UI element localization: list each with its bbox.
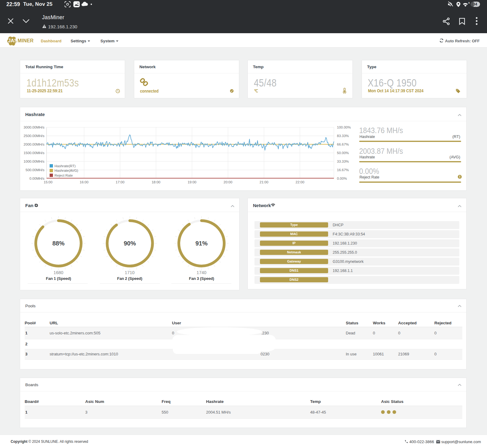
svg-text:21:00: 21:00: [260, 180, 268, 184]
svg-text:20:00: 20:00: [224, 180, 233, 184]
svg-text:33.33%: 33.33%: [337, 160, 349, 163]
svg-text:17:00: 17:00: [116, 180, 124, 184]
svg-text:500.00MH/s: 500.00MH/s: [26, 168, 44, 172]
svg-text:Hashrate(RT): Hashrate(RT): [54, 164, 76, 168]
svg-text:66.67%: 66.67%: [337, 143, 349, 146]
svg-text:2500.00MH/s: 2500.00MH/s: [24, 134, 45, 138]
svg-text:100.00%: 100.00%: [337, 125, 351, 129]
svg-text:Reject Rate: Reject Rate: [54, 174, 73, 177]
svg-text:50.00%: 50.00%: [337, 151, 349, 155]
svg-text:88%: 88%: [52, 240, 65, 247]
svg-text:16.67%: 16.67%: [337, 168, 349, 172]
svg-text:0.00%: 0.00%: [337, 177, 347, 180]
svg-text:91%: 91%: [195, 240, 208, 247]
svg-text:5: 5: [468, 2, 470, 4]
svg-text:19:00: 19:00: [187, 180, 196, 184]
svg-text:22:00: 22:00: [296, 180, 304, 184]
svg-text:34: 34: [473, 2, 477, 6]
svg-text:0.00MH/s: 0.00MH/s: [30, 177, 44, 180]
svg-text:1500.00MH/s: 1500.00MH/s: [24, 151, 45, 155]
svg-text:1000.00MH/s: 1000.00MH/s: [24, 160, 45, 163]
svg-text:Hashrate(AVG): Hashrate(AVG): [54, 169, 78, 172]
svg-text:16:00: 16:00: [80, 180, 89, 184]
svg-text:18:00: 18:00: [152, 180, 160, 184]
svg-text:83.33%: 83.33%: [337, 134, 349, 138]
svg-text:15:00: 15:00: [44, 180, 53, 184]
svg-text:3000.00MH/s: 3000.00MH/s: [24, 125, 45, 129]
svg-text:90%: 90%: [124, 240, 136, 247]
svg-text:2000.00MH/s: 2000.00MH/s: [24, 143, 45, 146]
